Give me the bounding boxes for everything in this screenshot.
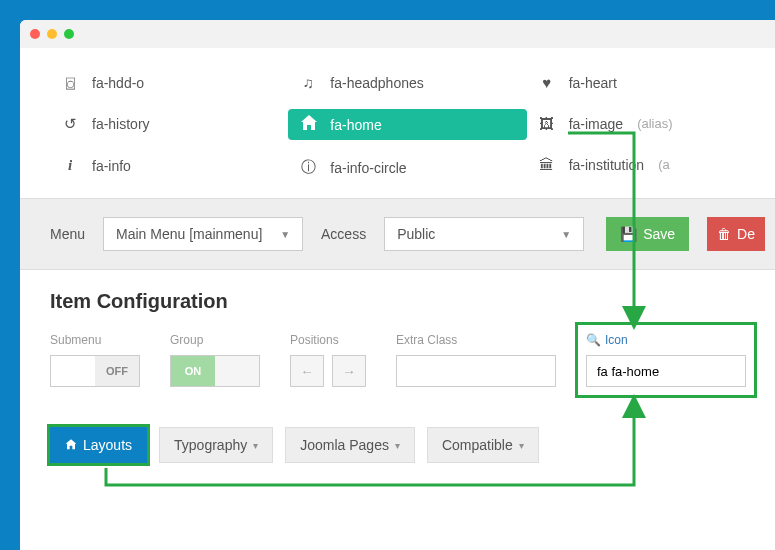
info-circle-icon: ⓘ bbox=[300, 158, 316, 177]
minimize-dot[interactable] bbox=[47, 29, 57, 39]
tab-layouts[interactable]: Layouts bbox=[50, 427, 147, 463]
icon-option-institution[interactable]: 🏛fa-institution (a bbox=[527, 150, 765, 179]
home-icon bbox=[300, 115, 316, 134]
extra-class-input[interactable] bbox=[396, 355, 556, 387]
app-window: ⌼fa-hdd-o ↺fa-history ifa-info ♫fa-headp… bbox=[20, 20, 775, 550]
trash-icon: 🗑 bbox=[717, 226, 731, 242]
tabs: Layouts Typography▾ Joomla Pages▾ Compat… bbox=[20, 407, 775, 483]
titlebar bbox=[20, 20, 775, 48]
icon-option-image[interactable]: 🖼fa-image (alias) bbox=[527, 109, 765, 138]
config-title: Item Configuration bbox=[50, 290, 765, 313]
icon-option-heart[interactable]: ♥fa-heart bbox=[527, 68, 765, 97]
icon-option-hdd[interactable]: ⌼fa-hdd-o bbox=[50, 68, 288, 97]
extra-class-field: Extra Class bbox=[396, 333, 556, 387]
delete-button[interactable]: 🗑De bbox=[707, 217, 765, 251]
close-dot[interactable] bbox=[30, 29, 40, 39]
tab-compatible[interactable]: Compatible▾ bbox=[427, 427, 539, 463]
item-configuration: Item Configuration Submenu OFF Group ON … bbox=[20, 270, 775, 407]
access-label: Access bbox=[321, 226, 366, 242]
history-icon: ↺ bbox=[62, 115, 78, 133]
search-icon: 🔍 bbox=[586, 333, 601, 347]
group-toggle[interactable]: ON bbox=[170, 355, 260, 387]
icon-option-info[interactable]: ifa-info bbox=[50, 151, 288, 180]
icon-input[interactable] bbox=[586, 355, 746, 387]
save-icon: 💾 bbox=[620, 226, 637, 242]
icon-picker: ⌼fa-hdd-o ↺fa-history ifa-info ♫fa-headp… bbox=[20, 48, 775, 198]
tab-joomla-pages[interactable]: Joomla Pages▾ bbox=[285, 427, 415, 463]
menu-select[interactable]: Main Menu [mainmenu]▼ bbox=[103, 217, 303, 251]
caret-down-icon: ▾ bbox=[253, 440, 258, 451]
caret-down-icon: ▼ bbox=[561, 229, 571, 240]
arrow-left-icon: ← bbox=[300, 364, 313, 379]
caret-down-icon: ▾ bbox=[519, 440, 524, 451]
caret-down-icon: ▼ bbox=[280, 229, 290, 240]
info-icon: i bbox=[62, 157, 78, 174]
group-field: Group ON bbox=[170, 333, 260, 387]
image-icon: 🖼 bbox=[539, 115, 555, 132]
submenu-field: Submenu OFF bbox=[50, 333, 140, 387]
submenu-toggle[interactable]: OFF bbox=[50, 355, 140, 387]
tab-typography[interactable]: Typography▾ bbox=[159, 427, 273, 463]
arrow-right-icon: → bbox=[342, 364, 355, 379]
icon-field-highlighted: 🔍Icon bbox=[578, 325, 754, 395]
icon-option-home[interactable]: fa-home bbox=[288, 109, 526, 140]
caret-down-icon: ▾ bbox=[395, 440, 400, 451]
heart-icon: ♥ bbox=[539, 74, 555, 91]
save-button[interactable]: 💾Save bbox=[606, 217, 689, 251]
icon-option-history[interactable]: ↺fa-history bbox=[50, 109, 288, 139]
home-icon bbox=[65, 437, 77, 453]
headphones-icon: ♫ bbox=[300, 74, 316, 91]
menu-label: Menu bbox=[50, 226, 85, 242]
position-left-button[interactable]: ← bbox=[290, 355, 324, 387]
toolbar: Menu Main Menu [mainmenu]▼ Access Public… bbox=[20, 198, 775, 270]
positions-field: Positions ← → bbox=[290, 333, 366, 387]
icon-option-headphones[interactable]: ♫fa-headphones bbox=[288, 68, 526, 97]
maximize-dot[interactable] bbox=[64, 29, 74, 39]
access-select[interactable]: Public▼ bbox=[384, 217, 584, 251]
hdd-icon: ⌼ bbox=[62, 74, 78, 91]
icon-option-info-circle[interactable]: ⓘfa-info-circle bbox=[288, 152, 526, 183]
position-right-button[interactable]: → bbox=[332, 355, 366, 387]
institution-icon: 🏛 bbox=[539, 156, 555, 173]
icon-field-label[interactable]: 🔍Icon bbox=[586, 333, 746, 347]
